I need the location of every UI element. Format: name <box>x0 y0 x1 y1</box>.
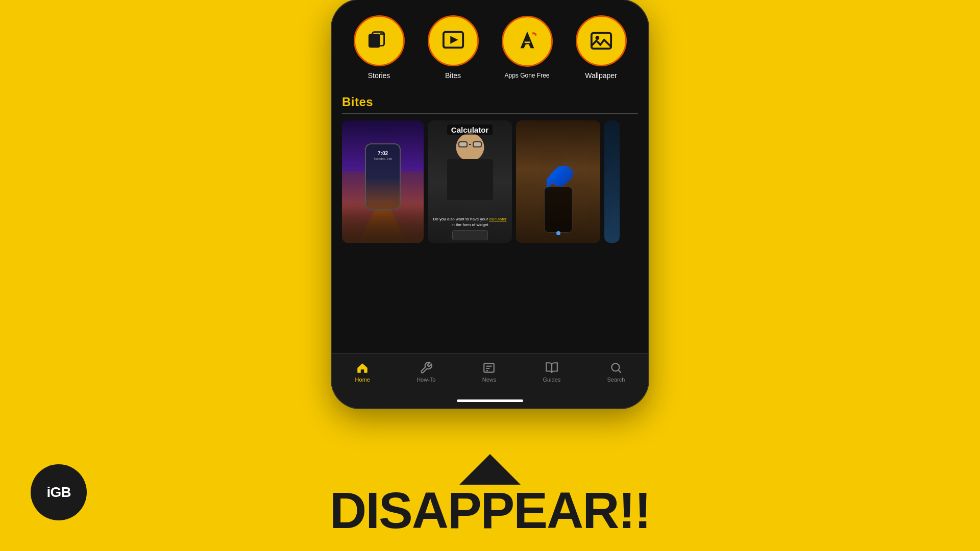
bite-card-1[interactable]: 7:02 Tuesday, Sep <box>342 120 424 243</box>
nav-search-label: Search <box>607 377 625 383</box>
svg-marker-4 <box>450 36 458 43</box>
wallpaper-icon <box>590 29 613 53</box>
svg-point-7 <box>595 36 599 40</box>
bites-icon-circle <box>428 15 479 66</box>
bites-section: Bites 7:02 Tuesday, Sep <box>332 90 648 353</box>
nav-how-to-label: How-To <box>416 377 435 383</box>
card2-overlay: Calculator <box>428 126 512 135</box>
nav-home-label: Home <box>355 377 370 383</box>
home-icon <box>356 361 369 374</box>
stories-label: Stories <box>368 71 390 80</box>
category-row: Stories Bites <box>332 0 648 90</box>
search-icon <box>609 361 623 374</box>
igb-logo: iGB <box>31 464 87 520</box>
wallpaper-label: Wallpaper <box>585 71 617 80</box>
wallpaper-icon-circle <box>576 15 627 66</box>
bites-label: Bites <box>445 71 461 80</box>
category-bites[interactable]: Bites <box>428 15 479 80</box>
svg-line-13 <box>619 370 621 373</box>
bottom-content: DISAPPEAR!! <box>330 454 650 536</box>
card3-dot <box>556 231 560 235</box>
category-stories[interactable]: Stories <box>354 15 405 80</box>
stories-icon-circle <box>354 15 405 66</box>
nav-news-label: News <box>482 377 497 383</box>
bites-icon <box>442 29 465 53</box>
nav-guides[interactable]: Guides <box>537 359 566 385</box>
bites-title: Bites <box>342 95 373 109</box>
phone-frame: Stories Bites <box>332 0 648 408</box>
nav-news[interactable]: News <box>477 359 502 385</box>
stories-icon <box>368 29 391 53</box>
chevron-up-icon <box>459 454 521 485</box>
guides-icon <box>545 361 558 374</box>
bites-cards: 7:02 Tuesday, Sep <box>342 120 638 353</box>
category-wallpaper[interactable]: Wallpaper <box>576 15 627 80</box>
nav-guides-label: Guides <box>543 377 560 383</box>
news-icon <box>482 361 496 374</box>
bottom-nav: Home How-To News <box>332 353 648 395</box>
apps-icon <box>516 30 539 53</box>
home-indicator <box>332 395 648 408</box>
igb-logo-text: iGB <box>47 484 71 500</box>
bite-card-4[interactable] <box>604 120 620 243</box>
bites-header: Bites <box>342 90 638 114</box>
nav-how-to[interactable]: How-To <box>411 359 440 385</box>
card2-title: Calculator <box>447 124 493 135</box>
how-to-icon <box>420 361 433 374</box>
bite-card-3[interactable] <box>516 120 600 243</box>
svg-point-12 <box>611 363 619 371</box>
nav-home[interactable]: Home <box>350 359 375 385</box>
phone-screen: Stories Bites <box>332 0 648 408</box>
apps-gone-free-label: Apps Gone Free <box>504 72 549 79</box>
nav-search[interactable]: Search <box>602 359 630 385</box>
category-apps-gone-free[interactable]: Apps Gone Free <box>502 16 553 79</box>
disappear-text: DISAPPEAR!! <box>330 485 650 536</box>
svg-rect-6 <box>591 33 610 49</box>
apps-icon-circle <box>502 16 553 67</box>
home-bar <box>457 399 523 402</box>
bite-card-2[interactable]: Calculator Do you also want to have your… <box>428 120 512 243</box>
